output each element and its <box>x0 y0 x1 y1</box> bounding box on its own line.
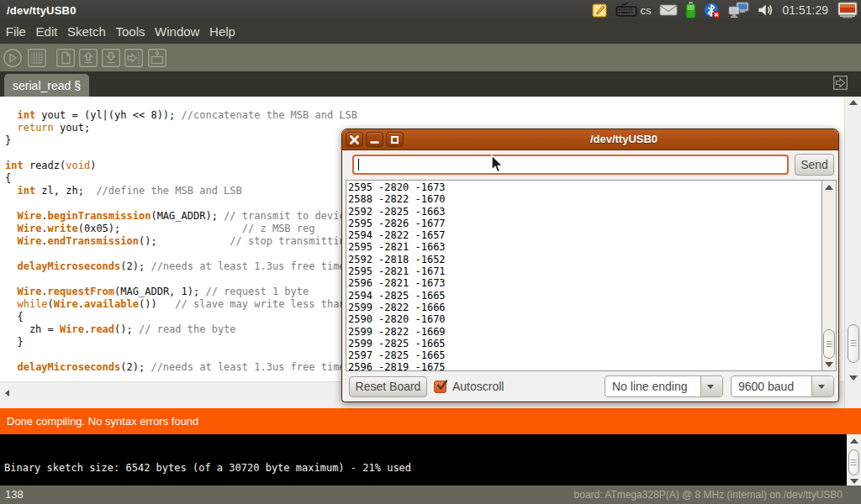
note-icon[interactable] <box>591 2 608 18</box>
autoscroll-label[interactable]: Autoscroll <box>452 371 504 402</box>
code-line: Wire.beginTransmission(MAG_ADDR); // tra… <box>5 210 357 223</box>
baud-value: 9600 baud <box>738 376 794 396</box>
save-button[interactable] <box>102 49 120 67</box>
code-line: int zl, zh; //define the MSB and LSB <box>5 185 357 197</box>
code-line: } <box>5 134 357 147</box>
verify-button[interactable] <box>3 49 22 67</box>
battery-icon[interactable] <box>685 2 696 18</box>
toolbar <box>0 44 861 71</box>
menubar: File Edit Sketch Tools Window Help <box>0 20 861 44</box>
autoscroll-checkbox[interactable] <box>434 381 446 393</box>
line-number: 138 <box>5 486 24 504</box>
code-line <box>5 349 357 361</box>
serial-output[interactable]: 2595 -2820 -1673 2588 -2822 -1670 2592 -… <box>346 180 822 371</box>
volume-icon[interactable] <box>757 2 774 18</box>
line-ending-value: No line ending <box>612 376 688 396</box>
menu-window[interactable]: Window <box>150 20 204 44</box>
console-scroll-down-icon[interactable] <box>850 479 858 484</box>
tabbar: serial_read § <box>0 71 861 97</box>
monitor-bottom-bar: Reset Board Autoscroll No line ending 96… <box>343 371 837 402</box>
code-line: return yout; <box>5 122 357 134</box>
code-line: delayMicroseconds(2); //needs at least 1… <box>5 260 357 273</box>
mouse-cursor <box>491 155 504 175</box>
screen: /dev/ttyUSB0 cs 01:51:29 File Edit Sketc… <box>0 0 861 504</box>
editor-vscrollbar[interactable] <box>844 97 861 408</box>
minimize-button[interactable] <box>366 132 383 147</box>
code-line: int readz(void) <box>5 160 357 172</box>
console-scroll-thumb[interactable] <box>848 449 859 475</box>
monitor-scroll-up-icon[interactable] <box>825 185 833 190</box>
console-text: Binary sketch size: 6542 bytes (of a 307… <box>4 462 411 474</box>
monitor-scroll-thumb[interactable] <box>823 329 835 359</box>
code-line: Wire.write(0x05); // z MSB reg <box>5 223 357 235</box>
window-title: /dev/ttyUSB0 <box>7 4 77 17</box>
line-ending-select[interactable]: No line ending <box>605 375 723 397</box>
code-line: Wire.endTransmission(); // stop transmit… <box>5 235 357 248</box>
tab-serial-read[interactable]: serial_read § <box>4 74 89 97</box>
open-button[interactable] <box>79 49 98 67</box>
monitor-scrollbar[interactable] <box>822 180 837 371</box>
scroll-up-icon[interactable] <box>849 100 858 105</box>
code-line: zh = Wire.read(); // read the byte <box>5 323 357 336</box>
tab-menu-button[interactable] <box>833 76 848 90</box>
status-line: 138 board: ATmega328P(A) @ 8 MHz (intern… <box>0 486 861 504</box>
board-info: board: ATmega328P(A) @ 8 MHz (internal) … <box>574 486 843 504</box>
text-caret <box>358 159 359 171</box>
close-button[interactable] <box>346 132 363 147</box>
reset-board-button[interactable]: Reset Board <box>349 376 427 397</box>
monitor-title: /dev/ttyUSB0 <box>409 129 838 150</box>
code-line <box>5 197 357 210</box>
code-line: Wire.requestFrom(MAG_ADDR, 1); // reques… <box>5 286 357 298</box>
keyboard-icon[interactable] <box>615 2 637 18</box>
line-ending-dropdown-button[interactable] <box>700 376 722 396</box>
monitor-titlebar[interactable]: /dev/ttyUSB0 <box>342 129 838 150</box>
code-line: int yout = (yl|(yh << 8)); //concatenate… <box>5 109 357 122</box>
compile-status-text: Done compiling. No syntax errors found <box>7 415 198 428</box>
menu-edit[interactable]: Edit <box>31 20 62 44</box>
system-tray: cs 01:51:29 <box>591 0 858 20</box>
mail-icon[interactable] <box>659 3 678 17</box>
menu-help[interactable]: Help <box>204 20 240 44</box>
baud-dropdown-button[interactable] <box>811 376 833 396</box>
serial-output-text: 2595 -2820 -1673 2588 -2822 -1670 2592 -… <box>348 181 446 371</box>
code-line: { <box>5 172 357 185</box>
baud-select[interactable]: 9600 baud <box>731 375 834 397</box>
code-line <box>5 248 357 260</box>
code-line: delayMicroseconds(2); //needs at least 1… <box>5 361 357 374</box>
session-icon[interactable] <box>837 2 858 18</box>
upload-button[interactable] <box>124 49 143 67</box>
serial-monitor-button[interactable] <box>148 49 166 67</box>
code-text: int yout = (yl|(yh << 8)); //concatenate… <box>5 109 357 374</box>
monitor-scroll-down-icon[interactable] <box>825 362 833 367</box>
scroll-left-icon[interactable] <box>5 390 9 396</box>
send-button[interactable]: Send <box>795 154 834 176</box>
menu-tools[interactable]: Tools <box>111 20 151 44</box>
maximize-button[interactable] <box>386 132 404 147</box>
code-line: } <box>5 336 357 349</box>
top-panel: /dev/ttyUSB0 cs 01:51:29 <box>0 0 861 20</box>
stop-button[interactable] <box>28 49 46 67</box>
network-icon[interactable] <box>728 2 749 18</box>
serial-monitor-window: /dev/ttyUSB0 Send 2595 -2820 -1673 2588 … <box>341 129 839 402</box>
code-line: { <box>5 311 357 323</box>
menu-file[interactable]: File <box>1 20 31 44</box>
compile-status-bar: Done compiling. No syntax errors found <box>0 408 861 434</box>
console-scroll-up-icon[interactable] <box>850 438 858 444</box>
clock[interactable]: 01:51:29 <box>783 3 829 17</box>
serial-input[interactable] <box>352 155 789 175</box>
new-sketch-button[interactable] <box>56 49 75 67</box>
console-scrollbar[interactable] <box>847 434 861 486</box>
console: Binary sketch size: 6542 bytes (of a 307… <box>0 434 861 486</box>
code-line: while(Wire.available()) // slave may wri… <box>5 298 357 311</box>
code-line <box>5 273 357 286</box>
menu-sketch[interactable]: Sketch <box>62 20 110 44</box>
code-line <box>5 147 357 160</box>
editor-vscroll-thumb[interactable] <box>848 324 859 363</box>
chevron-down-icon <box>818 385 825 389</box>
bluetooth-icon[interactable] <box>704 2 721 18</box>
keyboard-layout-label[interactable]: cs <box>641 4 652 17</box>
scroll-down-icon[interactable] <box>849 375 858 381</box>
monitor-body: Send 2595 -2820 -1673 2588 -2822 -1670 2… <box>343 150 837 401</box>
chevron-down-icon <box>707 385 714 389</box>
